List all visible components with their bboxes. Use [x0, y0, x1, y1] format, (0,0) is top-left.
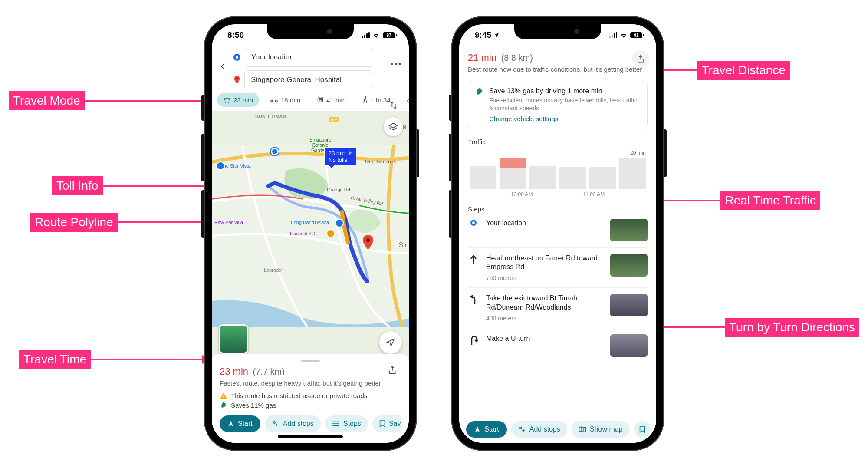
poi-icon	[326, 229, 335, 238]
svg-point-19	[332, 425, 333, 426]
destination-pin-icon	[234, 76, 240, 84]
warning-icon	[220, 392, 227, 400]
route-time-row: 23 min (7.7 km)	[220, 366, 401, 377]
map-label: han Diamonds	[365, 159, 396, 164]
streetview-thumb[interactable]	[610, 254, 648, 277]
map-view[interactable]: BUKIT TIMAH Singapore Botanic Gardens NO…	[212, 111, 409, 361]
transit-icon	[317, 96, 324, 103]
svg-point-2	[228, 102, 229, 103]
svg-rect-15	[223, 397, 224, 398]
share-icon	[637, 55, 644, 63]
route-time: 21 min	[468, 52, 496, 63]
eco-settings-link[interactable]: Change vehicle settings	[489, 115, 558, 122]
route-time: 23 min	[220, 366, 248, 377]
share-button[interactable]	[384, 362, 401, 379]
steps-button[interactable]: Steps	[325, 415, 368, 432]
svg-point-20	[520, 427, 522, 429]
back-button[interactable]	[215, 59, 230, 74]
route-bubble[interactable]: 23 min No tolls	[325, 148, 356, 165]
svg-point-1	[225, 102, 226, 103]
eco-title: Save 13% gas by driving 1 more min	[489, 87, 641, 95]
location-icon	[493, 32, 500, 38]
svg-point-9	[365, 96, 366, 98]
steps-heading: Steps	[468, 205, 648, 213]
uturn-icon	[468, 335, 479, 346]
streetview-thumbnail[interactable]	[219, 324, 248, 354]
leaf-icon	[347, 151, 352, 156]
svg-point-10	[408, 99, 409, 102]
route-summary-sheet[interactable]: 23 min (7.7 km) Fastest route, despite h…	[212, 354, 409, 443]
route-eco: Saves 11% gas	[220, 402, 401, 409]
nav-arrow-icon	[227, 420, 234, 427]
mode-chip-car[interactable]: 23 min	[217, 93, 259, 107]
save-button[interactable]	[634, 421, 651, 438]
route-warning: This route has restricted usage or priva…	[220, 392, 401, 400]
svg-point-16	[273, 422, 276, 424]
step-icon-origin	[468, 220, 479, 226]
streetview-thumb[interactable]	[610, 334, 648, 357]
wifi-icon	[620, 32, 628, 38]
more-options-button[interactable]: •••	[389, 59, 404, 69]
chevron-left-icon	[219, 63, 227, 70]
svg-rect-6	[319, 98, 322, 100]
eco-card[interactable]: Save 13% gas by driving 1 more min Fuel-…	[468, 81, 648, 129]
step-row[interactable]: Your location	[468, 213, 648, 248]
svg-point-17	[332, 421, 333, 422]
sheet-handle[interactable]	[301, 360, 320, 362]
streetview-thumb[interactable]	[610, 294, 648, 316]
step-row[interactable]: Head northeast on Farrer Rd toward Empre…	[468, 248, 648, 288]
route-time-row: 21 min (8.8 km)	[468, 52, 648, 63]
clock: 9:45	[475, 30, 500, 40]
start-button[interactable]: Start	[220, 415, 260, 432]
compass-arrow-icon	[386, 338, 395, 347]
route-subtitle: Fastest route, despite heavy traffic, bu…	[220, 379, 401, 388]
svg-point-0	[236, 78, 238, 79]
show-map-button[interactable]: Show map	[572, 421, 630, 438]
mode-chip-bicycle[interactable]	[401, 93, 409, 107]
traffic-chart[interactable]: 20 min	[468, 150, 648, 189]
annotation-travel-mode: Travel Mode	[9, 91, 208, 110]
map-label: Sir	[398, 241, 407, 249]
route-subtitle: Best route now due to traffic conditions…	[468, 65, 648, 74]
traffic-x-axis: 10:00 AM 11:00 AM	[468, 191, 648, 198]
map-label: PIE	[329, 117, 339, 122]
destination-input[interactable]: Singapore General Hospital	[244, 70, 373, 89]
share-button[interactable]	[632, 50, 649, 68]
bookmark-icon	[379, 420, 385, 428]
nav-arrow-icon	[474, 426, 481, 433]
start-button[interactable]: Start	[466, 421, 507, 438]
share-icon	[388, 366, 397, 375]
route-distance: (8.8 km)	[501, 53, 533, 63]
map-label: BUKIT TIMAH	[255, 114, 286, 119]
screen-right: 9:45 91 21 min (8.8 km) Best route now d…	[459, 24, 656, 443]
mode-chip-motorcycle[interactable]: 18 min	[263, 93, 306, 107]
eco-subtitle: Fuel-efficient routes usually have fewer…	[489, 96, 641, 112]
battery-icon: 91	[630, 32, 644, 38]
poi-icon	[216, 161, 225, 170]
svg-rect-14	[223, 395, 224, 397]
annotation-travel-time: Travel Time	[19, 350, 210, 369]
add-stops-button[interactable]: Add stops	[265, 415, 321, 432]
cellular-icon	[609, 32, 617, 38]
streetview-thumb[interactable]	[610, 219, 648, 241]
swap-button[interactable]	[386, 98, 401, 113]
save-button[interactable]: Sav	[372, 415, 401, 432]
map-label: The Star Vista	[220, 163, 251, 168]
origin-marker	[271, 148, 279, 155]
recenter-button[interactable]	[379, 331, 402, 354]
step-row[interactable]: Take the exit toward Bt Timah Rd/Dunearn…	[468, 288, 648, 328]
svg-point-18	[332, 423, 333, 424]
leaf-icon	[220, 402, 227, 409]
step-row[interactable]: Make a U-turn	[468, 328, 648, 357]
svg-point-8	[321, 100, 322, 101]
car-icon	[223, 97, 231, 103]
destination-marker	[363, 235, 373, 250]
phone-frame-left: 8:50 97 Your location Singapore Ge	[204, 16, 417, 451]
mode-chip-transit[interactable]: 41 min	[311, 93, 352, 107]
action-row: Start Add stops Steps Sav	[220, 415, 401, 432]
cellular-icon	[362, 32, 370, 38]
add-stops-button[interactable]: Add stops	[511, 421, 567, 438]
layers-button[interactable]	[384, 117, 403, 136]
wifi-icon	[372, 32, 380, 38]
origin-input[interactable]: Your location	[245, 48, 373, 67]
